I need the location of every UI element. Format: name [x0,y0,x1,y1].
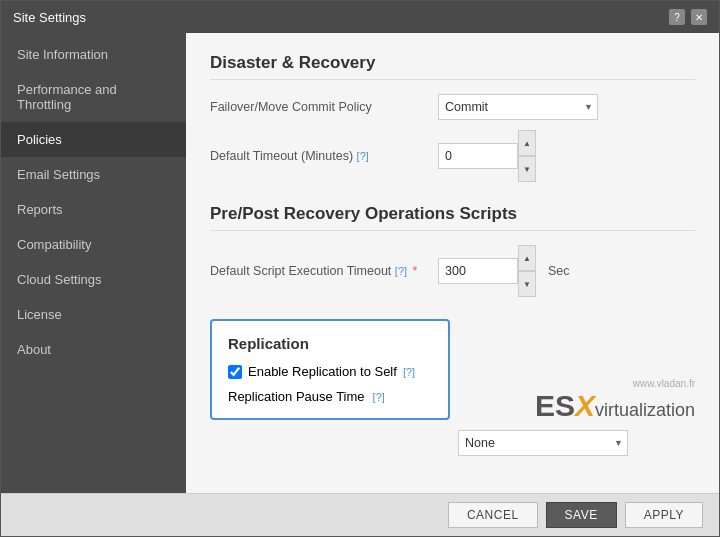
branding-area: www.vladan.fr ES X virtualization [535,378,695,423]
pause-select[interactable]: None 5 Minutes 10 Minutes 30 Minutes 1 H… [458,430,628,456]
timeout-help-link[interactable]: [?] [357,150,369,162]
save-button[interactable]: SAVE [546,502,617,528]
timeout-increment[interactable]: ▲ [518,130,536,156]
prepost-title: Pre/Post Recovery Operations Scripts [210,204,695,231]
script-timeout-row: Default Script Execution Timeout [?] * ▲… [210,245,695,297]
sidebar-item-performance-throttling[interactable]: Performance and Throttling [1,72,186,122]
pause-select-row: None 5 Minutes 10 Minutes 30 Minutes 1 H… [210,430,695,456]
failover-policy-row: Failover/Move Commit Policy Commit Rollb… [210,94,695,120]
pause-time-row: Replication Pause Time [?] [228,389,432,404]
enable-replication-label: Enable Replication to Self [248,364,397,379]
required-star: * [413,264,418,278]
script-increment[interactable]: ▲ [518,245,536,271]
content-area: Disaster & Recovery Failover/Move Commit… [186,33,719,493]
sidebar-item-reports[interactable]: Reports [1,192,186,227]
footer: CANCEL SAVE APPLY [1,493,719,536]
timeout-row: Default Timeout (Minutes) [?] ▲ ▼ [210,130,695,182]
title-bar: Site Settings ? ✕ [1,1,719,33]
replication-title: Replication [228,335,432,352]
title-bar-controls: ? ✕ [669,9,707,25]
script-spinner-buttons: ▲ ▼ [518,245,536,297]
sidebar-item-policies[interactable]: Policies [1,122,186,157]
script-label: Default Script Execution Timeout [?] * [210,264,430,278]
site-settings-dialog: Site Settings ? ✕ Site Information Perfo… [0,0,720,537]
branding-es: ES [535,389,575,423]
script-spinner: ▲ ▼ [438,245,536,297]
apply-button[interactable]: APPLY [625,502,703,528]
branding-url: www.vladan.fr [535,378,695,389]
pause-select-wrapper: None 5 Minutes 10 Minutes 30 Minutes 1 H… [458,430,628,456]
branding-logo: ES X virtualization [535,389,695,423]
sidebar-item-compatibility[interactable]: Compatibility [1,227,186,262]
timeout-decrement[interactable]: ▼ [518,156,536,182]
script-decrement[interactable]: ▼ [518,271,536,297]
sec-label: Sec [548,264,570,278]
pause-label: Replication Pause Time [228,389,365,404]
pause-help-link[interactable]: [?] [373,391,385,403]
enable-replication-help[interactable]: [?] [403,366,415,378]
script-help-link[interactable]: [?] [395,265,407,277]
dialog-title: Site Settings [13,10,86,25]
enable-replication-checkbox[interactable] [228,365,242,379]
sidebar-item-license[interactable]: License [1,297,186,332]
replication-box: Replication Enable Replication to Self [… [210,319,450,420]
dialog-body: Site Information Performance and Throttl… [1,33,719,493]
enable-replication-row: Enable Replication to Self [?] [228,364,432,379]
disaster-recovery-title: Disaster & Recovery [210,53,695,80]
sidebar-item-site-information[interactable]: Site Information [1,37,186,72]
timeout-input[interactable] [438,143,518,169]
sidebar-item-cloud-settings[interactable]: Cloud Settings [1,262,186,297]
cancel-button[interactable]: CANCEL [448,502,538,528]
timeout-spinner-buttons: ▲ ▼ [518,130,536,182]
sidebar: Site Information Performance and Throttl… [1,33,186,493]
branding-text: virtualization [595,400,695,421]
failover-select[interactable]: Commit Rollback Ask [438,94,598,120]
close-button[interactable]: ✕ [691,9,707,25]
sidebar-item-about[interactable]: About [1,332,186,367]
timeout-label: Default Timeout (Minutes) [?] [210,149,430,163]
disaster-recovery-section: Disaster & Recovery Failover/Move Commit… [210,53,695,182]
script-timeout-input[interactable] [438,258,518,284]
help-button[interactable]: ? [669,9,685,25]
failover-select-wrapper: Commit Rollback Ask [438,94,598,120]
branding-x: X [575,389,595,423]
failover-label: Failover/Move Commit Policy [210,100,430,114]
sidebar-item-email-settings[interactable]: Email Settings [1,157,186,192]
content-wrapper: Disaster & Recovery Failover/Move Commit… [186,33,719,493]
prepost-section: Pre/Post Recovery Operations Scripts Def… [210,204,695,297]
timeout-spinner: ▲ ▼ [438,130,536,182]
